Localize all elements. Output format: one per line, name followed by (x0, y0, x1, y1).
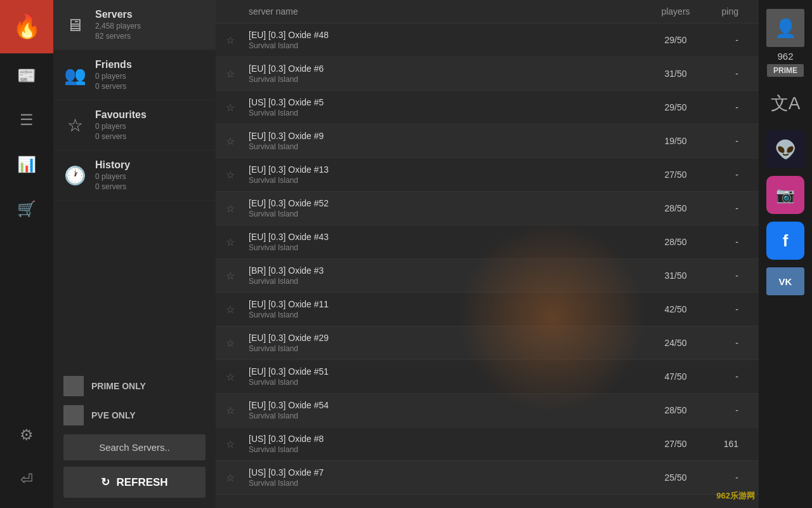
refresh-button[interactable]: ↻ REFRESH (63, 467, 206, 498)
server-ping: - (704, 35, 749, 45)
prime-badge: PRIME (767, 64, 804, 77)
favorite-star-icon[interactable]: ☆ (226, 337, 249, 349)
server-ping: - (704, 371, 749, 382)
list-icon: ☰ (20, 111, 34, 129)
server-name: [EU] [0.3] Oxide #11 (249, 299, 647, 309)
server-ping: - (704, 472, 749, 483)
favorite-star-icon[interactable]: ☆ (226, 135, 249, 147)
favorite-star-icon[interactable]: ☆ (226, 304, 249, 316)
server-name: [BR] [0.3] Oxide #3 (249, 265, 647, 276)
server-type: Survival Island (249, 176, 647, 185)
favorite-star-icon[interactable]: ☆ (226, 404, 249, 417)
favorite-star-icon[interactable]: ☆ (226, 68, 249, 80)
server-row[interactable]: ☆ [EU] [0.3] Oxide #13 Survival Island 2… (216, 158, 759, 192)
server-players: 25/50 (647, 472, 704, 483)
sidebar-item-friends[interactable]: 👥 Friends 0 players 0 servers (53, 50, 216, 100)
favorite-star-icon[interactable]: ☆ (226, 236, 249, 248)
server-players: 31/50 (647, 271, 704, 281)
server-type: Survival Island (249, 479, 647, 488)
shop-icon: 🛒 (17, 200, 36, 218)
server-row[interactable]: ☆ [EU] [0.3] Oxide #48 Survival Island 2… (216, 23, 759, 57)
servers-icon: 🖥 (63, 15, 86, 36)
nav-icon-settings[interactable]: ⚙ (0, 413, 53, 457)
server-type: Survival Island (249, 75, 647, 84)
favorite-star-icon[interactable]: ☆ (226, 169, 249, 181)
app-logo[interactable]: 🔥 (0, 0, 53, 53)
favorite-star-icon[interactable]: ☆ (226, 472, 249, 484)
refresh-label: REFRESH (116, 476, 167, 489)
server-row[interactable]: ☆ [US] [0.3] Oxide #5 Survival Island 29… (216, 91, 759, 124)
favorite-star-icon[interactable]: ☆ (226, 270, 249, 282)
server-row[interactable]: ☆ [EU] [0.3] Oxide #51 Survival Island 4… (216, 360, 759, 394)
prime-only-checkbox[interactable] (63, 376, 84, 396)
nav-icon-news[interactable]: 📰 (0, 53, 53, 98)
filter-prime-only[interactable]: PRIME ONLY (63, 376, 206, 396)
server-row[interactable]: ☆ [US] [0.3] Oxide #8 Survival Island 27… (216, 427, 759, 461)
server-row[interactable]: ☆ [EU] [0.3] Oxide #52 Survival Island 2… (216, 192, 759, 225)
translate-icon: 文A (771, 91, 801, 116)
server-name: [EU] [0.3] Oxide #43 (249, 232, 647, 242)
instagram-button[interactable]: 📷 (766, 176, 804, 214)
servers-title: Servers (95, 9, 141, 20)
server-row[interactable]: ☆ [EU] [0.3] Oxide #9 Survival Island 19… (216, 124, 759, 158)
refresh-icon: ↻ (101, 476, 110, 489)
server-type: Survival Island (249, 243, 647, 252)
nav-icon-exit[interactable]: ⏎ (0, 457, 53, 502)
friends-title: Friends (95, 59, 132, 70)
history-players: 0 players (95, 172, 130, 181)
server-players: 29/50 (647, 35, 704, 45)
favorite-star-icon[interactable]: ☆ (226, 438, 249, 450)
server-ping: - (704, 271, 749, 281)
servers-players: 2,458 players (95, 22, 141, 30)
pve-only-label: PVE ONLY (91, 410, 136, 420)
favourites-icon: ☆ (63, 115, 86, 136)
friends-players: 0 players (95, 72, 132, 81)
server-ping: 161 (704, 439, 749, 449)
sidebar-item-favourites[interactable]: ☆ Favourites 0 players 0 servers (53, 100, 216, 150)
sidebar-item-history[interactable]: 🕐 History 0 players 0 servers (53, 150, 216, 201)
stats-icon: 📊 (17, 156, 36, 173)
server-name: [US] [0.3] Oxide #5 (249, 97, 647, 107)
server-row[interactable]: ☆ [EU] [0.3] Oxide #29 Survival Island 2… (216, 326, 759, 360)
server-ping: - (704, 203, 749, 213)
server-row[interactable]: ☆ [EU] [0.3] Oxide #43 Survival Island 2… (216, 225, 759, 259)
server-row[interactable]: ☆ [EU] [0.3] Oxide #6 Survival Island 31… (216, 57, 759, 91)
server-row[interactable]: ☆ [EU] [0.3] Oxide #54 Survival Island 2… (216, 394, 759, 427)
profile-avatar: 👤 (766, 9, 804, 47)
profile-id: 962 (777, 51, 793, 62)
history-title: History (95, 159, 130, 171)
col-header-name: server name (249, 6, 647, 17)
server-name: [EU] [0.3] Oxide #29 (249, 333, 647, 343)
vk-button[interactable]: VK (766, 267, 804, 295)
server-ping: - (704, 102, 749, 112)
nav-icon-shop[interactable]: 🛒 (0, 187, 53, 231)
favorite-star-icon[interactable]: ☆ (226, 102, 249, 114)
right-panel: 👤 962 PRIME 文A 👽 📷 f VK (759, 0, 812, 508)
server-row[interactable]: ☆ [BR] [0.3] Oxide #3 Survival Island 31… (216, 259, 759, 293)
facebook-icon: f (783, 231, 789, 251)
server-type: Survival Island (249, 411, 647, 420)
facebook-button[interactable]: f (766, 222, 804, 260)
favorite-star-icon[interactable]: ☆ (226, 203, 249, 215)
server-name: [EU] [0.3] Oxide #9 (249, 131, 647, 141)
main-content: server name players ping ☆ [EU] [0.3] Ox… (216, 0, 759, 508)
server-list: ☆ [EU] [0.3] Oxide #48 Survival Island 2… (216, 23, 759, 508)
server-row[interactable]: ☆ [US] [0.3] Oxide #7 Survival Island 25… (216, 461, 759, 495)
filter-pve-only[interactable]: PVE ONLY (63, 405, 206, 425)
favorite-star-icon[interactable]: ☆ (226, 34, 249, 46)
server-ping: - (704, 338, 749, 348)
server-name: [EU] [0.3] Oxide #13 (249, 164, 647, 175)
favourites-count: 0 servers (95, 132, 147, 141)
server-name: [EU] [0.3] Oxide #48 (249, 30, 647, 40)
search-servers-button[interactable]: Search Servers.. (63, 434, 206, 460)
translate-button[interactable]: 文A (766, 84, 804, 123)
favorite-star-icon[interactable]: ☆ (226, 371, 249, 383)
server-row[interactable]: ☆ [EU] [0.3] Oxide #11 Survival Island 4… (216, 293, 759, 326)
server-type: Survival Island (249, 109, 647, 117)
nav-icon-list[interactable]: ☰ (0, 98, 53, 142)
sidebar-item-servers[interactable]: 🖥 Servers 2,458 players 82 servers (53, 0, 216, 50)
instagram-icon: 📷 (776, 186, 795, 204)
nav-icon-stats[interactable]: 📊 (0, 142, 53, 187)
pve-only-checkbox[interactable] (63, 405, 84, 425)
alien-button[interactable]: 👽 (766, 130, 804, 168)
